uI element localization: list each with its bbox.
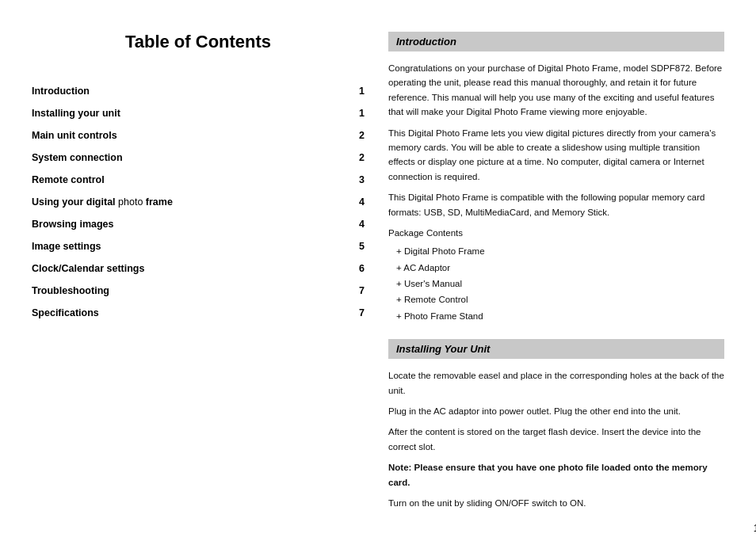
- toc-item-page: 3: [359, 174, 365, 185]
- toc-dots: [121, 138, 355, 139]
- package-label: Package Contents: [388, 226, 724, 240]
- toc-dots: [148, 271, 355, 272]
- toc-item-page: 2: [359, 130, 365, 141]
- toc-item-label: Browsing images: [32, 219, 114, 230]
- install-para-1: Locate the removable easel and place in …: [388, 368, 724, 398]
- toc-item-label: System connection: [32, 152, 123, 163]
- toc-dots: [103, 315, 355, 316]
- toc-dots: [113, 293, 355, 294]
- introduction-header: Introduction: [388, 32, 724, 51]
- list-item: Digital Photo Frame: [396, 244, 724, 258]
- toc-item-label: Specifications: [32, 307, 99, 318]
- toc-item-page: 1: [359, 86, 365, 97]
- toc-item-label: Troubleshooting: [32, 285, 109, 296]
- toc-item-page: 1: [359, 108, 365, 119]
- install-para-3: After the content is stored on the targe…: [388, 425, 724, 454]
- toc-row: Main unit controls2: [32, 124, 365, 147]
- toc-dots: [94, 93, 355, 94]
- toc-row: Using your digital photo frame4: [32, 191, 365, 213]
- toc-row: Troubleshooting7: [32, 280, 365, 302]
- install-note: Note: Please ensure that you have one ph…: [388, 460, 724, 490]
- toc-row: System connection2: [32, 147, 365, 169]
- toc-dots: [109, 182, 355, 183]
- toc-list: Introduction1Installing your unit1Main u…: [32, 80, 365, 324]
- toc-item-label: Main unit controls: [32, 130, 117, 141]
- toc-row: Installing your unit1: [32, 102, 365, 124]
- list-item: AC Adaptor: [396, 261, 724, 275]
- toc-item-page: 6: [359, 263, 365, 274]
- toc-row: Specifications7: [32, 302, 365, 324]
- toc-row: Remote control3: [32, 169, 365, 191]
- installing-body: Locate the removable easel and place in …: [388, 368, 724, 510]
- toc-item-page: 7: [359, 285, 365, 296]
- content-column: Introduction Congratulations on your pur…: [388, 24, 724, 526]
- toc-item-page: 7: [359, 307, 365, 318]
- list-item: Photo Frame Stand: [396, 309, 724, 323]
- toc-title: Table of Contents: [32, 32, 365, 52]
- toc-row: Introduction1: [32, 80, 365, 102]
- toc-item-label: Remote control: [32, 174, 105, 185]
- toc-item-label: Using your digital photo frame: [32, 196, 173, 208]
- toc-dots: [118, 227, 356, 227]
- toc-row: Browsing images4: [32, 213, 365, 235]
- toc-item-label: Introduction: [32, 86, 90, 97]
- package-list: Digital Photo FrameAC AdaptorUser's Manu…: [388, 244, 724, 323]
- toc-item-label: Image settings: [32, 241, 101, 252]
- page-number: 1: [378, 523, 756, 534]
- intro-para-1: Congratulations on your purchase of Digi…: [388, 61, 724, 120]
- toc-column: Table of Contents Introduction1Installin…: [32, 24, 365, 526]
- toc-item-label: Installing your unit: [32, 108, 120, 119]
- list-item: User's Manual: [396, 276, 724, 291]
- toc-dots: [177, 204, 355, 205]
- intro-para-2: This Digital Photo Frame lets you view d…: [388, 126, 724, 185]
- toc-row: Clock/Calendar settings6: [32, 257, 365, 280]
- install-last: Turn on the unit by sliding ON/OFF switc…: [388, 496, 724, 510]
- page-container: Table of Contents Introduction1Installin…: [0, 0, 756, 545]
- toc-item-page: 2: [359, 152, 365, 163]
- installing-header: Installing Your Unit: [388, 339, 724, 359]
- list-item: Remote Control: [396, 292, 724, 307]
- toc-item-label: Clock/Calendar settings: [32, 263, 144, 274]
- toc-item-page: 4: [359, 219, 365, 230]
- toc-dots: [127, 160, 355, 161]
- toc-item-page: 4: [359, 196, 365, 208]
- toc-dots: [124, 116, 355, 116]
- introduction-body: Congratulations on your purchase of Digi…: [388, 61, 724, 323]
- toc-dots: [105, 249, 356, 250]
- toc-row: Image settings5: [32, 235, 365, 257]
- intro-para-3: This Digital Photo Frame is compatible w…: [388, 190, 724, 219]
- install-para-2: Plug in the AC adaptor into power outlet…: [388, 404, 724, 418]
- toc-item-page: 5: [359, 241, 365, 252]
